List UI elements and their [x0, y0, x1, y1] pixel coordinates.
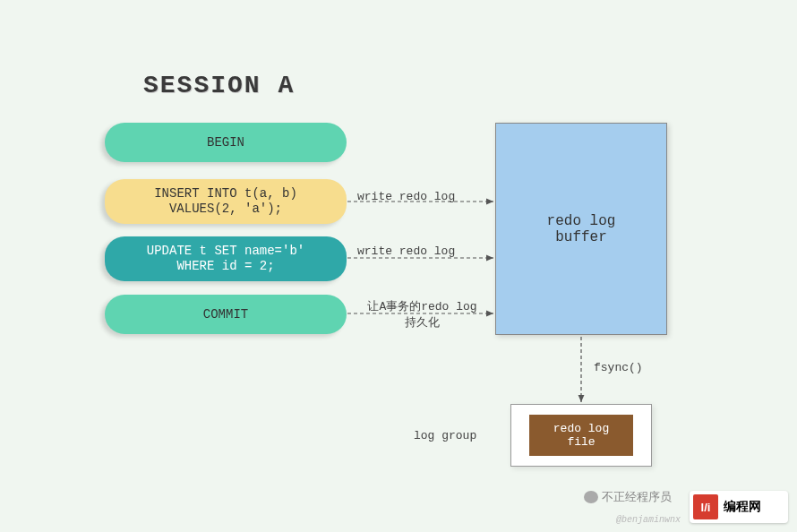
site-logo: l/i 编程网 — [690, 491, 788, 523]
arrow-label-write-1: write redo log — [357, 190, 455, 203]
arrow-label-write-2: write redo log — [357, 245, 455, 258]
step-begin: BEGIN — [105, 123, 347, 162]
redo-log-file: redo log file — [529, 415, 633, 456]
redo-log-buffer: redo log buffer — [495, 123, 667, 335]
author-watermark: @benjaminwnx — [616, 515, 681, 525]
log-group-container: redo log file — [510, 404, 652, 467]
logo-badge: l/i — [693, 494, 718, 519]
step-insert: INSERT INTO t(a, b) VALUES(2, 'a'); — [105, 179, 347, 224]
wechat-text: 不正经程序员 — [602, 489, 672, 505]
session-title: SESSION A — [143, 72, 295, 99]
step-update: UPDATE t SET name='b' WHERE id = 2; — [105, 236, 347, 281]
arrow-label-fsync: fsync() — [594, 361, 643, 374]
wechat-watermark: 不正经程序员 — [584, 489, 672, 505]
wechat-icon — [584, 491, 598, 503]
step-commit: COMMIT — [105, 295, 347, 334]
logo-text: 编程网 — [724, 499, 761, 515]
arrow-label-commit: 让A事务的redo log 持久化 — [357, 298, 487, 330]
log-group-label: log group — [414, 429, 476, 442]
